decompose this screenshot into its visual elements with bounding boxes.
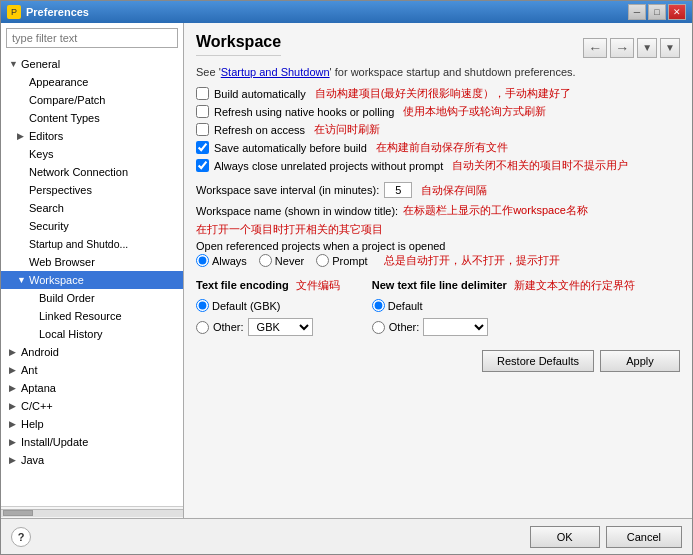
tree-item-compare-patch[interactable]: Compare/Patch xyxy=(1,91,183,109)
footer-left: ? xyxy=(11,527,31,547)
panel-title: Workspace xyxy=(196,33,281,56)
expand-icon: ▼ xyxy=(9,59,19,69)
expand-icon: ▶ xyxy=(9,437,19,447)
maximize-button[interactable]: □ xyxy=(648,4,666,20)
dropdown-button1[interactable]: ▼ xyxy=(637,38,657,58)
refresh-native-row: Refresh using native hooks or polling 使用… xyxy=(196,104,680,119)
tree-item-ant[interactable]: ▶ Ant xyxy=(1,361,183,379)
footer-right: OK Cancel xyxy=(530,526,682,548)
refresh-access-checkbox[interactable] xyxy=(196,123,209,136)
content-area: ▼ General Appearance Compare/Patch Conte… xyxy=(1,23,692,518)
radio-prompt[interactable] xyxy=(316,254,329,267)
right-panel: Workspace ← → ▼ ▼ See 'Startup and Shutd… xyxy=(184,23,692,518)
tree-item-search[interactable]: Search xyxy=(1,199,183,217)
tree-item-keys[interactable]: Keys xyxy=(1,145,183,163)
tree-item-content-types[interactable]: Content Types xyxy=(1,109,183,127)
close-unrelated-checkbox[interactable] xyxy=(196,159,209,172)
title-bar: P Preferences ─ □ ✕ xyxy=(1,1,692,23)
expand-icon: ▶ xyxy=(9,419,19,429)
apply-button[interactable]: Apply xyxy=(600,350,680,372)
delimiter-other-radio[interactable] xyxy=(372,321,385,334)
expand-icon: ▶ xyxy=(9,401,19,411)
startup-shutdown-link[interactable]: Startup and Shutdown xyxy=(221,66,330,78)
expand-icon: ▼ xyxy=(17,275,27,285)
build-auto-row: Build automatically 自动构建项目(最好关闭很影响速度），手动… xyxy=(196,86,680,101)
text-file-encoding-group: Text file encoding 文件编码 Default (GBK) Ot… xyxy=(196,278,340,336)
delimiter-other-select[interactable]: Windows Unix Mac OS 9 xyxy=(423,318,488,336)
tree-item-appearance[interactable]: Appearance xyxy=(1,73,183,91)
save-before-build-row: Save automatically before build 在构建前自动保存… xyxy=(196,140,680,155)
close-unrelated-row: Always close unrelated projects without … xyxy=(196,158,680,173)
encoding-section: Text file encoding 文件编码 Default (GBK) Ot… xyxy=(196,278,680,336)
radio-never-row: Never xyxy=(259,254,304,267)
save-before-build-checkbox[interactable] xyxy=(196,141,209,154)
refresh-access-row: Refresh on access 在访问时刷新 xyxy=(196,122,680,137)
tree-item-security[interactable]: Security xyxy=(1,217,183,235)
restore-defaults-button[interactable]: Restore Defaults xyxy=(482,350,594,372)
encoding-other-select[interactable]: GBK UTF-8 ISO-8859-1 xyxy=(248,318,313,336)
tree-item-web-browser[interactable]: Web Browser xyxy=(1,253,183,271)
dropdown-button2[interactable]: ▼ xyxy=(660,38,680,58)
tree-item-perspectives[interactable]: Perspectives xyxy=(1,181,183,199)
horizontal-scrollbar[interactable] xyxy=(1,506,183,518)
encoding-default-row: Default (GBK) xyxy=(196,299,340,312)
delimiter-other-row: Other: Windows Unix Mac OS 9 xyxy=(372,318,635,336)
tree-item-general[interactable]: ▼ General xyxy=(1,55,183,73)
radio-never[interactable] xyxy=(259,254,272,267)
expand-icon: ▶ xyxy=(9,455,19,465)
refresh-native-checkbox[interactable] xyxy=(196,105,209,118)
delimiter-default-radio[interactable] xyxy=(372,299,385,312)
preferences-window: P Preferences ─ □ ✕ ▼ General Appearance xyxy=(0,0,693,555)
expand-icon: ▶ xyxy=(17,131,27,141)
tree-item-network[interactable]: Network Connection xyxy=(1,163,183,181)
expand-icon: ▶ xyxy=(9,365,19,375)
tree-container: ▼ General Appearance Compare/Patch Conte… xyxy=(1,53,183,506)
save-interval-input[interactable] xyxy=(384,182,412,198)
tree-item-local-history[interactable]: Local History xyxy=(1,325,183,343)
delimiter-default-row: Default xyxy=(372,299,635,312)
tree-item-linked-resource[interactable]: Linked Resource xyxy=(1,307,183,325)
radio-always[interactable] xyxy=(196,254,209,267)
help-button[interactable]: ? xyxy=(11,527,31,547)
expand-icon: ▶ xyxy=(9,347,19,357)
close-button[interactable]: ✕ xyxy=(668,4,686,20)
open-projects-radio-group: Always Never Prompt 总是自动打开，从不打开，提示打开 xyxy=(196,253,680,268)
open-projects-section: 在打开一个项目时打开相关的其它项目 Open referenced projec… xyxy=(196,222,680,274)
expand-icon: ▶ xyxy=(9,383,19,393)
window-icon: P xyxy=(7,5,21,19)
checkboxes-section: Build automatically 自动构建项目(最好关闭很影响速度），手动… xyxy=(196,86,680,176)
window-controls: ─ □ ✕ xyxy=(628,4,686,20)
tree-item-install-update[interactable]: ▶ Install/Update xyxy=(1,433,183,451)
tree-item-java[interactable]: ▶ Java xyxy=(1,451,183,469)
filter-input[interactable] xyxy=(6,28,178,48)
tree-item-help[interactable]: ▶ Help xyxy=(1,415,183,433)
window-title: Preferences xyxy=(26,6,628,18)
tree-item-editors[interactable]: ▶ Editors xyxy=(1,127,183,145)
tree-item-cpp[interactable]: ▶ C/C++ xyxy=(1,397,183,415)
tree-item-build-order[interactable]: Build Order xyxy=(1,289,183,307)
dialog-footer: ? OK Cancel xyxy=(1,518,692,554)
tree-item-startup[interactable]: Startup and Shutdo... xyxy=(1,235,183,253)
tree-item-workspace[interactable]: ▼ Workspace xyxy=(1,271,183,289)
radio-prompt-row: Prompt xyxy=(316,254,367,267)
encoding-other-row: Other: GBK UTF-8 ISO-8859-1 xyxy=(196,318,340,336)
build-auto-checkbox[interactable] xyxy=(196,87,209,100)
ok-button[interactable]: OK xyxy=(530,526,600,548)
minimize-button[interactable]: ─ xyxy=(628,4,646,20)
forward-button[interactable]: → xyxy=(610,38,634,58)
encoding-default-radio[interactable] xyxy=(196,299,209,312)
radio-always-row: Always xyxy=(196,254,247,267)
save-interval-row: Workspace save interval (in minutes): 自动… xyxy=(196,182,680,198)
bottom-buttons: Restore Defaults Apply xyxy=(196,350,680,372)
encoding-other-radio[interactable] xyxy=(196,321,209,334)
cancel-button[interactable]: Cancel xyxy=(606,526,682,548)
back-button[interactable]: ← xyxy=(583,38,607,58)
workspace-name-row: Workspace name (shown in window title): … xyxy=(196,203,680,218)
line-delimiter-group: New text file line delimiter 新建文本文件的行定界符… xyxy=(372,278,635,336)
tree-item-aptana[interactable]: ▶ Aptana xyxy=(1,379,183,397)
tree-item-android[interactable]: ▶ Android xyxy=(1,343,183,361)
left-panel: ▼ General Appearance Compare/Patch Conte… xyxy=(1,23,184,518)
description-text: See 'Startup and Shutdown' for workspace… xyxy=(196,66,680,78)
